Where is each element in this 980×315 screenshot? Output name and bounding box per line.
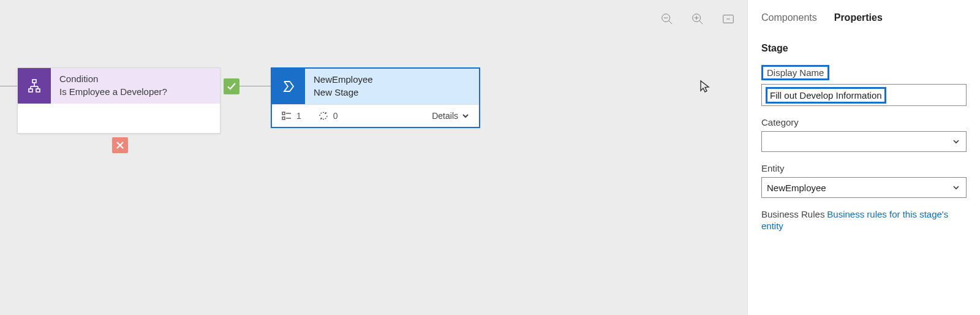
field-entity: Entity NewEmployee: [761, 163, 967, 198]
process-cycle-icon: [318, 111, 328, 121]
stage-title: New Stage: [314, 87, 373, 99]
display-name-label: Display Name: [761, 65, 829, 80]
edge-in-connector: [0, 86, 17, 86]
condition-branch-icon: [27, 78, 42, 93]
mouse-cursor-icon: [699, 80, 710, 95]
condition-icon-cell: [18, 68, 51, 104]
display-name-input-wrap[interactable]: Fill out Develop Information: [761, 84, 967, 106]
stage-header: NewEmployee New Stage: [272, 69, 479, 104]
stage-processes-value: 0: [333, 111, 338, 121]
display-name-input[interactable]: Fill out Develop Information: [766, 87, 886, 104]
stage-processes-count: 0: [318, 111, 338, 121]
category-label: Category: [761, 117, 799, 127]
steps-icon: [282, 111, 292, 121]
panel-tabs: Components Properties: [761, 10, 967, 28]
field-category: Category: [761, 117, 967, 152]
stage-text: NewEmployee New Stage: [305, 69, 382, 104]
zoom-in-button[interactable]: [691, 12, 704, 26]
stage-body: 1 0 Details: [272, 104, 479, 127]
zoom-out-button[interactable]: [660, 12, 674, 26]
category-select[interactable]: [761, 131, 967, 152]
connector-yes-line: [239, 86, 271, 86]
entity-label: Entity: [761, 163, 785, 173]
condition-text: Condition Is Employee a Developer?: [51, 68, 176, 104]
panel-section-title: Stage: [761, 43, 967, 54]
stage-chevron-icon: [281, 79, 296, 94]
field-display-name: Display Name Fill out Develop Informatio…: [761, 65, 967, 106]
svg-rect-19: [282, 112, 285, 115]
field-business-rules: Business Rules Business rules for this s…: [761, 209, 967, 231]
condition-node[interactable]: Condition Is Employee a Developer?: [17, 67, 221, 134]
condition-title: Is Employee a Developer?: [59, 86, 167, 98]
zoom-out-icon: [660, 12, 674, 26]
svg-rect-11: [36, 89, 40, 92]
tab-components[interactable]: Components: [761, 10, 817, 26]
svg-rect-21: [282, 117, 285, 120]
stage-icon-cell: [272, 69, 305, 104]
designer-canvas[interactable]: Condition Is Employee a Developer? NewEm…: [0, 0, 747, 315]
zoom-in-icon: [691, 12, 704, 26]
chevron-down-icon: [462, 112, 469, 120]
tab-properties[interactable]: Properties: [834, 10, 883, 26]
business-rules-label: Business Rules: [761, 209, 824, 219]
stage-details-toggle[interactable]: Details: [432, 111, 469, 121]
stage-entity-label: NewEmployee: [314, 74, 373, 86]
svg-line-4: [699, 21, 703, 25]
close-icon: [116, 141, 124, 150]
svg-rect-10: [29, 89, 32, 92]
condition-type-label: Condition: [59, 74, 167, 85]
properties-panel: Components Properties Stage Display Name…: [747, 0, 980, 315]
stage-details-label: Details: [432, 111, 458, 121]
stage-steps-count: 1: [282, 111, 301, 121]
fit-screen-button[interactable]: [722, 12, 735, 26]
condition-header: Condition Is Employee a Developer?: [18, 68, 220, 104]
svg-line-1: [669, 21, 673, 25]
entity-select[interactable]: NewEmployee: [761, 177, 967, 198]
stage-node[interactable]: NewEmployee New Stage 1: [271, 67, 480, 128]
check-icon: [227, 82, 236, 91]
condition-no-badge[interactable]: [112, 137, 128, 153]
svg-rect-9: [32, 80, 36, 83]
fit-screen-icon: [722, 12, 735, 26]
stage-steps-value: 1: [296, 111, 301, 121]
app-root: Condition Is Employee a Developer? NewEm…: [0, 0, 980, 315]
condition-yes-badge[interactable]: [224, 78, 239, 94]
canvas-toolbar: [660, 12, 735, 26]
